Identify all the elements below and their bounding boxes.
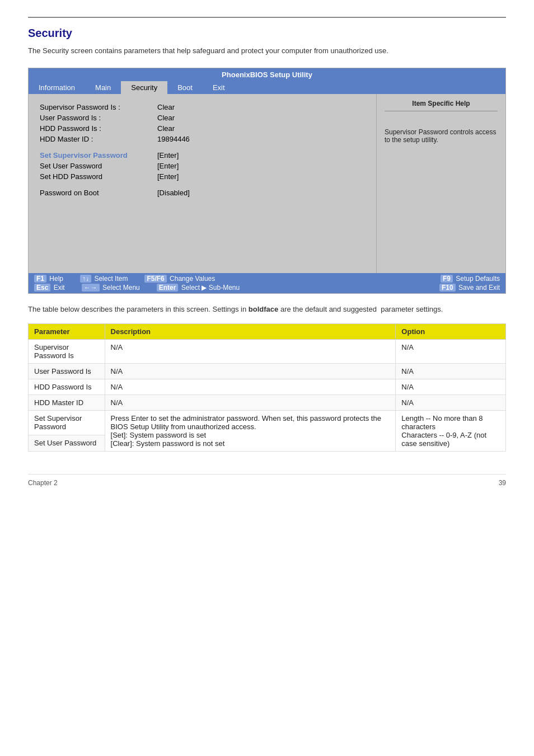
footer-key-enter: Enter [157, 284, 179, 292]
table-cell-desc: N/A [105, 364, 396, 379]
set-hdd-password-label: Set HDD Password [40, 172, 152, 181]
set-hdd-password-field[interactable]: Set HDD Password [Enter] [40, 172, 365, 181]
footer-label-select-submenu: Select ▶ Sub-Menu [181, 284, 240, 292]
set-supervisor-password-value: [Enter] [157, 151, 179, 159]
set-user-password-value: [Enter] [157, 162, 179, 170]
table-row: User Password Is N/A N/A [29, 364, 506, 379]
table-cell-param-set-supervisor: Set Supervisor Password [29, 411, 105, 435]
bios-nav: Information Main Security Boot Exit [29, 81, 505, 94]
footer-section-left-2: Esc Exit ←→ Select Menu Enter Select ▶ S… [34, 284, 240, 292]
user-password-label: User Password Is : [40, 114, 152, 122]
footer-key-f10: F10 [439, 284, 456, 292]
footer-label-exit: Exit [54, 284, 65, 292]
hdd-password-value: Clear [157, 124, 175, 133]
set-user-password-field[interactable]: Set User Password [Enter] [40, 162, 365, 170]
hdd-password-field: HDD Password Is : Clear [40, 124, 365, 133]
footer-label-help: Help [49, 275, 63, 283]
parameter-table: Parameter Description Option Supervisor … [28, 323, 506, 452]
password-on-boot-label: Password on Boot [40, 189, 152, 197]
bios-footer: F1 Help ↑↓ Select Item F5/F6 Change Valu… [29, 273, 505, 293]
password-on-boot-field[interactable]: Password on Boot [Disabled] [40, 189, 365, 197]
table-cell-desc: N/A [105, 379, 396, 395]
footer-key-updown: ↑↓ [80, 275, 91, 283]
intro-text: The Security screen contains parameters … [28, 45, 506, 57]
table-row: Set Supervisor Password Press Enter to s… [29, 411, 506, 435]
table-row: Supervisor Password Is N/A N/A [29, 340, 506, 364]
supervisor-password-label: Supervisor Password Is : [40, 103, 152, 111]
footer-label-save-exit: Save and Exit [458, 284, 500, 292]
password-on-boot-value: [Disabled] [157, 189, 190, 197]
footer-section-right-2: F10 Save and Exit [439, 284, 500, 292]
table-cell-desc-combined: Press Enter to set the administrator pas… [105, 411, 396, 452]
bios-box: PhoenixBIOS Setup Utility Information Ma… [28, 68, 506, 294]
nav-item-main[interactable]: Main [85, 81, 121, 94]
supervisor-password-field: Supervisor Password Is : Clear [40, 103, 365, 111]
table-cell-param: Supervisor Password Is [29, 340, 105, 364]
footer-f5f6-change: F5/F6 Change Values [144, 275, 215, 283]
bios-left-panel: Supervisor Password Is : Clear User Pass… [29, 94, 377, 273]
bios-right-panel: Item Specific Help Supervisor Password c… [377, 94, 505, 273]
user-password-field: User Password Is : Clear [40, 114, 365, 122]
table-header-parameter: Parameter [29, 324, 105, 340]
set-supervisor-password-field[interactable]: Set Supervisor Password [Enter] [40, 151, 365, 159]
table-cell-option: N/A [396, 379, 506, 395]
table-cell-option: N/A [396, 364, 506, 379]
set-supervisor-password-label: Set Supervisor Password [40, 151, 152, 159]
page-title: Security [28, 17, 506, 40]
chapter-label: Chapter 2 [28, 479, 58, 487]
bios-body: Supervisor Password Is : Clear User Pass… [29, 94, 505, 273]
footer-label-change-values: Change Values [170, 275, 215, 283]
table-cell-option: N/A [396, 340, 506, 364]
table-cell-desc: N/A [105, 340, 396, 364]
footer-enter-submenu: Enter Select ▶ Sub-Menu [157, 284, 240, 292]
nav-item-exit[interactable]: Exit [203, 81, 235, 94]
page-footer: Chapter 2 39 [28, 474, 506, 487]
set-hdd-password-value: [Enter] [157, 172, 179, 181]
page-number: 39 [499, 479, 506, 487]
table-header-option: Option [396, 324, 506, 340]
footer-key-f1: F1 [34, 275, 46, 283]
table-cell-option-combined: Length -- No more than 8 characters Char… [396, 411, 506, 452]
hdd-master-id-field: HDD Master ID : 19894446 [40, 135, 365, 143]
item-specific-help-title: Item Specific Help [385, 100, 498, 111]
footer-esc-exit: Esc Exit [34, 284, 65, 292]
set-user-password-label: Set User Password [40, 162, 152, 170]
hdd-master-id-value: 19894446 [157, 135, 190, 143]
table-header-description: Description [105, 324, 396, 340]
footer-key-leftright: ←→ [82, 284, 100, 292]
table-cell-param-set-user: Set User Password [29, 435, 105, 452]
footer-section-left-1: F1 Help ↑↓ Select Item F5/F6 Change Valu… [34, 275, 215, 283]
nav-item-boot[interactable]: Boot [167, 81, 203, 94]
footer-key-esc: Esc [34, 284, 50, 292]
footer-label-setup-defaults: Setup Defaults [456, 275, 500, 283]
footer-updown-select-item: ↑↓ Select Item [80, 275, 128, 283]
footer-section-right-1: F9 Setup Defaults [441, 275, 500, 283]
footer-label-select-item: Select Item [94, 275, 128, 283]
table-cell-option: N/A [396, 395, 506, 411]
table-row: HDD Master ID N/A N/A [29, 395, 506, 411]
footer-label-select-menu: Select Menu [102, 284, 140, 292]
footer-f1-help: F1 Help [34, 275, 63, 283]
bios-title-bar: PhoenixBIOS Setup Utility [29, 68, 505, 81]
item-specific-help-content: Supervisor Password controls access to t… [385, 128, 498, 144]
table-row: HDD Password Is N/A N/A [29, 379, 506, 395]
footer-key-f9: F9 [441, 275, 453, 283]
table-cell-param: HDD Master ID [29, 395, 105, 411]
user-password-value: Clear [157, 114, 175, 122]
desc-text: The table below describes the parameters… [28, 304, 506, 315]
hdd-password-label: HDD Password Is : [40, 124, 152, 133]
nav-item-information[interactable]: Information [29, 81, 85, 94]
footer-key-f5f6: F5/F6 [144, 275, 166, 283]
footer-leftright-menu: ←→ Select Menu [82, 284, 140, 292]
table-cell-desc: N/A [105, 395, 396, 411]
footer-f9-setup: F9 Setup Defaults [441, 275, 500, 283]
table-cell-param: User Password Is [29, 364, 105, 379]
bios-footer-row-1: F1 Help ↑↓ Select Item F5/F6 Change Valu… [34, 275, 500, 283]
hdd-master-id-label: HDD Master ID : [40, 135, 152, 143]
bios-footer-row-2: Esc Exit ←→ Select Menu Enter Select ▶ S… [34, 284, 500, 292]
footer-f10-save: F10 Save and Exit [439, 284, 500, 292]
supervisor-password-value: Clear [157, 103, 175, 111]
nav-item-security[interactable]: Security [121, 81, 167, 94]
table-cell-param: HDD Password Is [29, 379, 105, 395]
